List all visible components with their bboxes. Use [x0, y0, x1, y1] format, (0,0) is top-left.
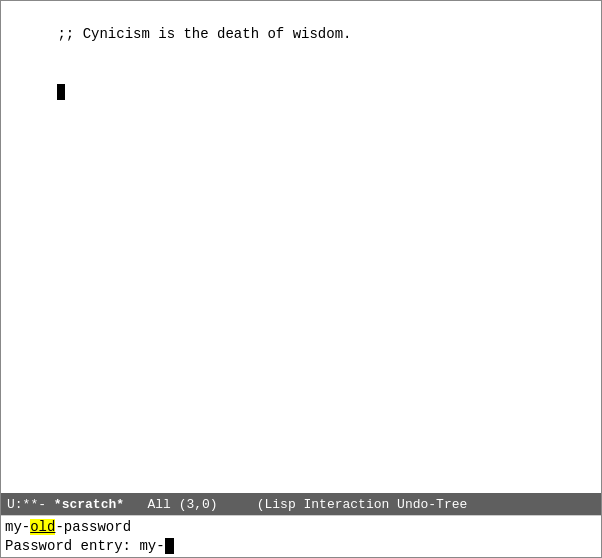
- mode-line-position: All (3,0): [147, 497, 217, 512]
- minibuffer-old-highlight: old: [30, 519, 55, 535]
- minibuffer-line2: Password entry: my-: [5, 537, 597, 556]
- mode-line-buffer-name: *scratch*: [54, 497, 124, 512]
- minibuffer-password-suffix: -password: [55, 519, 131, 535]
- text-cursor: [57, 84, 65, 100]
- mode-line: U:**- *scratch* All (3,0) (Lisp Interact…: [1, 493, 601, 515]
- minibuffer-line1: my-old-password: [5, 518, 597, 537]
- minibuffer-my-prefix: my-: [5, 519, 30, 535]
- minibuffer[interactable]: my-old-password Password entry: my-: [1, 515, 601, 557]
- emacs-editor: ;; Cynicism is the death of wisdom. U:**…: [0, 0, 602, 558]
- buffer-line-1: ;; Cynicism is the death of wisdom.: [7, 5, 595, 64]
- mode-line-major-mode: (Lisp Interaction Undo-Tree: [257, 497, 468, 512]
- buffer-line-2: [7, 64, 595, 123]
- mode-line-status: U:**-: [7, 497, 46, 512]
- minibuffer-cursor: [165, 538, 174, 554]
- main-buffer[interactable]: ;; Cynicism is the death of wisdom.: [1, 1, 601, 493]
- minibuffer-prompt: Password entry: my-: [5, 538, 165, 554]
- buffer-text-line1: ;; Cynicism is the death of wisdom.: [57, 26, 351, 42]
